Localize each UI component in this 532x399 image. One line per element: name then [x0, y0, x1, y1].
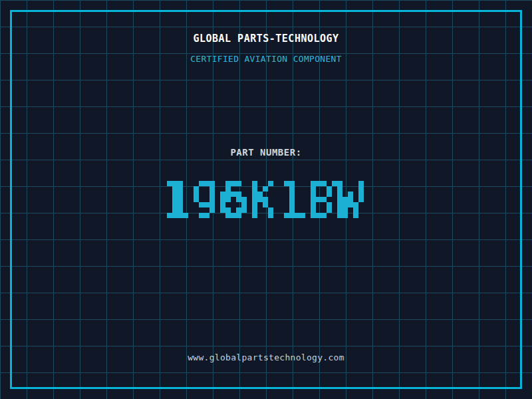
- label-background: GLOBAL PARTS-TECHNOLOGY CERTIFIED AVIATI…: [0, 0, 532, 399]
- part-number-display: [156, 170, 412, 239]
- brand-subtitle: CERTIFIED AVIATION COMPONENT: [0, 54, 532, 64]
- website-url: www.globalpartstechnology.com: [0, 352, 532, 362]
- part-number-label: PART NUMBER:: [0, 147, 532, 158]
- brand-title: GLOBAL PARTS-TECHNOLOGY: [0, 33, 532, 45]
